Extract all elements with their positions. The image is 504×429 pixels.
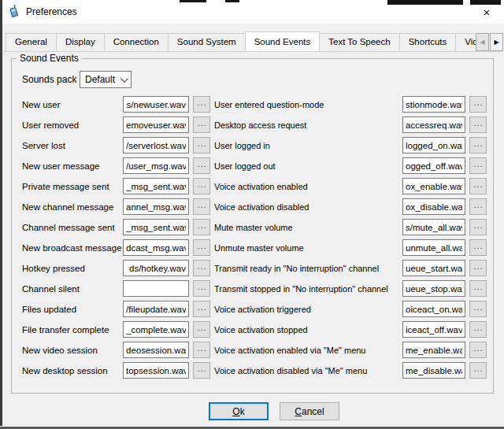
sound-file-input[interactable] [402,260,465,276]
browse-button[interactable]: ... [193,198,210,215]
background-artifact [0,0,2,426]
cancel-button-label: Cancel [295,406,324,417]
sound-file-input[interactable] [123,178,189,194]
tab-general[interactable]: General [6,33,57,51]
browse-button[interactable]: ... [193,362,210,379]
event-label: Server lost [22,141,119,150]
tab-display[interactable]: Display [56,33,105,51]
event-label: Transmit stopped in "No interruption" ch… [214,284,398,294]
tab-text-to-speech[interactable]: Text To Speech [319,33,399,51]
ok-button-label: Ok [232,406,244,417]
background-artifact [470,0,501,5]
event-label: Voice activation stopped [214,325,398,335]
sound-file-input[interactable] [402,342,465,358]
browse-button[interactable]: ... [469,362,487,379]
sound-file-input[interactable] [123,280,189,297]
browse-button[interactable]: ... [193,178,210,194]
sound-file-input[interactable] [123,301,189,317]
browse-button[interactable]: ... [469,321,487,338]
sounds-pack-select[interactable]: Default [80,71,132,88]
event-label: New user message [22,161,119,171]
browse-button[interactable]: ... [469,157,487,174]
browse-button[interactable]: ... [469,280,487,297]
event-label: Unmute master volume [214,243,398,253]
tab-scroll-left-icon: ◀ [476,33,489,51]
browse-button[interactable]: ... [469,260,487,276]
sound-file-input[interactable] [402,157,465,174]
browse-button[interactable]: ... [193,157,210,174]
window-title: Preferences [26,6,77,17]
sound-file-input[interactable] [123,321,189,338]
event-label: New desktop session [22,366,119,375]
browse-button[interactable]: ... [469,96,487,113]
tab-shortcuts[interactable]: Shortcuts [399,33,457,51]
background-artifact [225,0,239,2]
browse-button[interactable]: ... [469,342,487,358]
browse-button[interactable]: ... [193,342,210,358]
sound-file-input[interactable] [123,362,189,379]
sound-file-input[interactable] [402,321,465,338]
sound-file-input[interactable] [123,96,189,113]
sound-file-input[interactable] [402,301,465,317]
browse-button[interactable]: ... [193,260,210,276]
event-label: Mute master volume [214,223,398,232]
event-label: User logged out [214,161,398,171]
tab-scroller: ◀ ▶ [475,33,503,51]
browse-button[interactable]: ... [193,301,210,317]
event-label: User removed [22,120,119,130]
event-label: Transmit ready in "No interruption" chan… [214,264,398,273]
browse-button[interactable]: ... [193,321,210,338]
browse-button[interactable]: ... [193,116,210,133]
event-label: Files updated [22,305,119,314]
ok-button[interactable]: Ok [209,402,269,420]
event-label: User logged in [214,141,398,150]
event-label: Private message sent [22,182,119,191]
preferences-dialog: Preferences × GeneralDisplayConnectionSo… [0,0,504,429]
sounds-pack-row: Sounds pack Default [22,71,493,88]
sound-file-input[interactable] [123,137,189,153]
browse-button[interactable]: ... [469,301,487,317]
event-label: File transfer complete [22,325,119,335]
browse-button[interactable]: ... [469,239,487,256]
browse-button[interactable]: ... [193,280,210,297]
chevron-down-icon [120,75,128,83]
browse-button[interactable]: ... [193,219,210,235]
sound-file-input[interactable] [123,198,189,215]
sound-file-input[interactable] [123,342,189,358]
browse-button[interactable]: ... [469,198,487,215]
background-artifact [387,0,463,5]
event-label: New broadcast message [22,243,119,253]
sound-file-input[interactable] [402,280,465,297]
tab-scroll-right-icon[interactable]: ▶ [490,33,503,51]
cancel-button[interactable]: Cancel [280,402,339,420]
sound-file-input[interactable] [123,157,189,174]
browse-button[interactable]: ... [193,239,210,256]
tab-strip: GeneralDisplayConnectionSound SystemSoun… [6,31,504,51]
sound-file-input[interactable] [402,116,465,133]
browse-button[interactable]: ... [193,137,210,153]
browse-button[interactable]: ... [193,96,210,113]
sound-file-input[interactable] [402,239,465,256]
sound-events-group: Sound Events Sounds pack Default New use… [11,53,494,394]
event-label: New channel message [22,202,119,212]
sound-file-input[interactable] [123,116,189,133]
sound-file-input[interactable] [123,239,189,256]
tab-connection[interactable]: Connection [104,33,169,51]
sound-file-input[interactable] [402,362,465,379]
tab-sound-system[interactable]: Sound System [168,33,246,51]
sound-file-input[interactable] [402,137,465,153]
sound-file-input[interactable] [402,96,465,113]
sound-file-input[interactable] [402,219,465,235]
sound-file-input[interactable] [123,260,189,276]
sound-file-input[interactable] [123,219,189,235]
browse-button[interactable]: ... [469,116,487,133]
tab-sound-events[interactable]: Sound Events [245,31,321,51]
event-label: Voice activation disabled via "Me" menu [214,366,398,375]
event-label: New user [22,100,119,109]
browse-button[interactable]: ... [469,178,487,194]
browse-button[interactable]: ... [469,137,487,153]
browse-button[interactable]: ... [469,219,487,235]
event-label: Voice activation disabled [214,202,398,212]
sound-file-input[interactable] [402,198,465,215]
sound-file-input[interactable] [402,178,465,194]
